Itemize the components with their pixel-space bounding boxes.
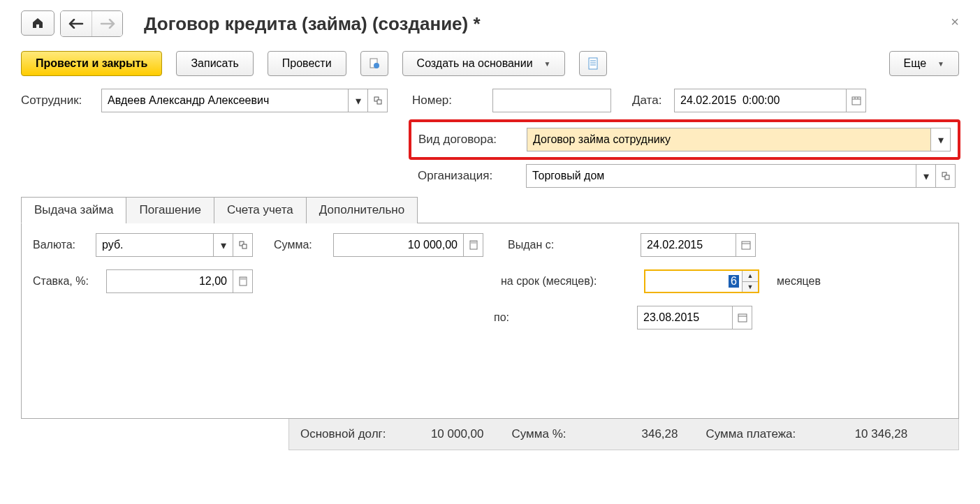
percent-label: Сумма %: xyxy=(512,427,566,441)
contract-type-input[interactable] xyxy=(527,128,930,151)
date-input[interactable] xyxy=(675,89,846,112)
employee-field[interactable]: ▾ xyxy=(101,89,388,112)
contract-type-label: Вид договора: xyxy=(418,133,527,147)
payment-label: Сумма платежа: xyxy=(706,427,796,441)
currency-input[interactable] xyxy=(96,234,213,256)
calculator-icon[interactable] xyxy=(233,270,252,292)
org-field[interactable]: ▾ xyxy=(526,164,956,188)
rate-field[interactable] xyxy=(106,269,253,293)
percent-value: 346,28 xyxy=(573,427,678,441)
calendar-icon[interactable] xyxy=(732,306,752,329)
calculator-icon[interactable] xyxy=(463,234,483,256)
post-button[interactable]: Провести xyxy=(268,51,346,76)
to-field[interactable] xyxy=(637,306,752,329)
issued-input[interactable] xyxy=(641,234,736,256)
tabs: Выдача займа Погашение Счета учета Допол… xyxy=(21,196,959,223)
term-unit: месяцев xyxy=(777,275,821,288)
forward-button[interactable] xyxy=(92,11,122,36)
arrow-left-icon xyxy=(68,19,84,29)
dropdown-icon[interactable]: ▾ xyxy=(916,165,935,187)
to-input[interactable] xyxy=(638,306,732,329)
employee-label: Сотрудник: xyxy=(21,94,101,108)
svg-rect-22 xyxy=(738,314,747,322)
svg-rect-18 xyxy=(742,242,750,249)
spinner[interactable]: ▲ ▼ xyxy=(742,271,758,292)
create-based-label: Создать на основании xyxy=(417,57,533,70)
attach-button[interactable] xyxy=(360,51,388,76)
principal-value: 10 000,00 xyxy=(393,427,484,441)
open-icon[interactable] xyxy=(367,89,387,112)
date-field[interactable] xyxy=(674,89,866,112)
currency-label: Валюта: xyxy=(33,239,89,251)
page-title: Договор кредита (займа) (создание) * xyxy=(144,13,481,35)
arrow-right-icon xyxy=(100,19,115,29)
open-icon[interactable] xyxy=(233,234,252,256)
open-icon[interactable] xyxy=(935,165,955,187)
post-and-close-button[interactable]: Провести и закрыть xyxy=(21,51,162,76)
report-button[interactable] xyxy=(579,51,607,76)
dropdown-icon[interactable]: ▾ xyxy=(348,89,367,112)
close-button[interactable]: × xyxy=(951,14,959,30)
date-label: Дата: xyxy=(632,94,674,108)
rate-label: Ставка, %: xyxy=(33,275,99,288)
back-button[interactable] xyxy=(61,11,92,36)
spinner-down[interactable]: ▼ xyxy=(743,281,758,292)
report-icon xyxy=(587,57,599,70)
number-field[interactable] xyxy=(492,89,611,112)
home-button[interactable] xyxy=(21,10,54,36)
document-icon xyxy=(368,57,381,70)
currency-field[interactable]: ▾ xyxy=(96,233,253,257)
svg-point-1 xyxy=(374,63,379,68)
sum-field[interactable] xyxy=(333,233,483,257)
employee-input[interactable] xyxy=(102,89,348,112)
contract-type-field[interactable]: ▾ xyxy=(527,128,951,151)
rate-input[interactable] xyxy=(107,270,233,292)
org-input[interactable] xyxy=(527,165,916,187)
number-label: Номер: xyxy=(412,94,465,108)
tab-additional[interactable]: Дополнительно xyxy=(306,197,418,223)
sum-label: Сумма: xyxy=(274,239,326,251)
tab-repayment[interactable]: Погашение xyxy=(126,197,214,223)
home-icon xyxy=(31,17,44,29)
to-label: по: xyxy=(494,311,630,324)
org-label: Организация: xyxy=(418,169,526,183)
svg-rect-17 xyxy=(471,242,476,244)
issued-field[interactable] xyxy=(641,233,756,257)
dropdown-icon[interactable]: ▾ xyxy=(930,128,950,151)
more-label: Еще xyxy=(904,57,927,70)
save-button[interactable]: Записать xyxy=(176,51,253,76)
spinner-up[interactable]: ▲ xyxy=(743,271,758,281)
svg-rect-21 xyxy=(240,278,246,280)
svg-rect-8 xyxy=(852,97,861,105)
issued-label: Выдан с: xyxy=(508,239,634,251)
footer-summary: Основной долг: 10 000,00 Сумма %: 346,28… xyxy=(288,419,959,450)
term-value: 6 xyxy=(729,275,739,288)
titlebar: Договор кредита (займа) (создание) * × xyxy=(21,10,959,37)
term-field[interactable]: 6 ▲ ▼ xyxy=(644,269,759,293)
chevron-down-icon: ▼ xyxy=(544,60,551,68)
tab-accounts[interactable]: Счета учета xyxy=(214,197,307,223)
calendar-icon[interactable] xyxy=(736,234,755,256)
highlighted-contract-type: Вид договора: ▾ xyxy=(409,119,960,160)
create-based-button[interactable]: Создать на основании ▼ xyxy=(402,51,566,76)
toolbar: Провести и закрыть Записать Провести Соз… xyxy=(21,51,959,76)
principal-label: Основной долг: xyxy=(300,427,386,441)
payment-value: 10 346,28 xyxy=(803,427,907,441)
sum-input[interactable] xyxy=(334,234,463,256)
svg-rect-7 xyxy=(377,100,381,104)
tab-loan-issue[interactable]: Выдача займа xyxy=(21,197,126,223)
tab-body: Валюта: ▾ Сумма: Выдан с: Ставка, %: xyxy=(21,223,959,419)
chevron-down-icon: ▼ xyxy=(937,60,944,68)
more-button[interactable]: Еще ▼ xyxy=(889,51,959,76)
svg-rect-13 xyxy=(945,175,949,179)
svg-rect-15 xyxy=(242,244,247,249)
svg-rect-2 xyxy=(589,58,597,69)
calendar-icon[interactable] xyxy=(846,89,865,112)
number-input[interactable] xyxy=(493,89,610,112)
dropdown-icon[interactable]: ▾ xyxy=(213,234,233,256)
term-label: на срок (месяцев): xyxy=(501,275,637,288)
